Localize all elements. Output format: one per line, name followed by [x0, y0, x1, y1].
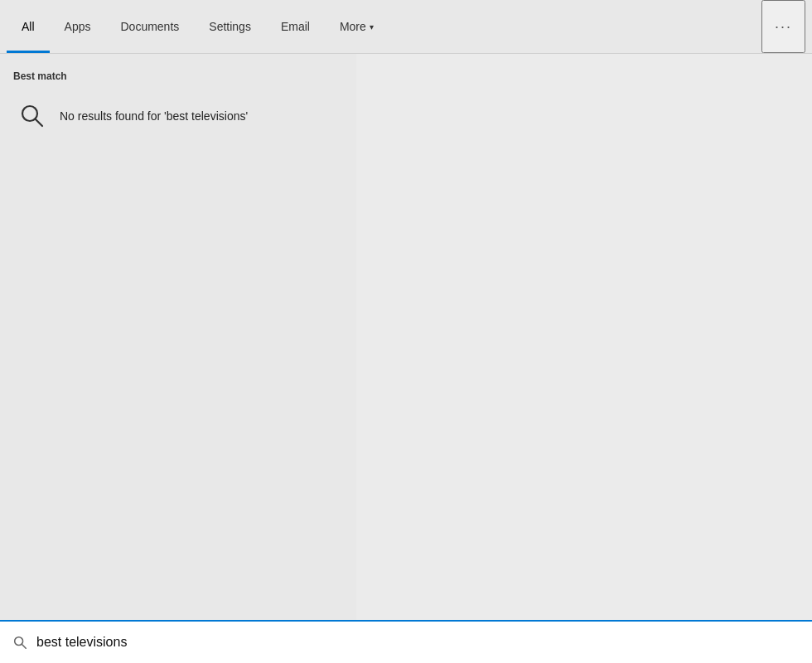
tab-email[interactable]: Email	[266, 0, 325, 53]
tab-email-label: Email	[281, 20, 310, 33]
best-match-label: Best match	[13, 70, 343, 82]
no-results-text: No results found for 'best televisions'	[60, 109, 248, 123]
right-panel	[356, 54, 812, 620]
nav-spacer	[389, 0, 761, 53]
tab-apps[interactable]: Apps	[50, 0, 106, 53]
search-icon	[17, 100, 48, 132]
tab-documents[interactable]: Documents	[105, 0, 194, 53]
main-content: Best match No results found for 'best te…	[0, 54, 812, 620]
search-input[interactable]	[36, 635, 800, 650]
svg-line-3	[22, 644, 26, 648]
search-bar	[0, 620, 812, 663]
chevron-down-icon: ▾	[370, 22, 374, 31]
ellipsis-icon: ···	[775, 18, 792, 36]
tab-more[interactable]: More ▾	[325, 0, 389, 53]
tab-settings-label: Settings	[209, 20, 251, 33]
tab-documents-label: Documents	[120, 20, 179, 33]
left-panel: Best match No results found for 'best te…	[0, 54, 356, 620]
tab-all-label: All	[22, 20, 35, 33]
nav-tabs: All Apps Documents Settings Email More ▾…	[0, 0, 812, 54]
tab-settings[interactable]: Settings	[194, 0, 266, 53]
search-window: All Apps Documents Settings Email More ▾…	[0, 0, 812, 663]
no-results-row: No results found for 'best televisions'	[13, 94, 343, 138]
tab-more-label: More	[340, 20, 366, 33]
ellipsis-button[interactable]: ···	[761, 0, 805, 53]
svg-line-1	[36, 119, 43, 127]
tab-apps-label: Apps	[65, 20, 91, 33]
search-bar-icon	[12, 634, 28, 651]
tab-all[interactable]: All	[7, 0, 50, 53]
